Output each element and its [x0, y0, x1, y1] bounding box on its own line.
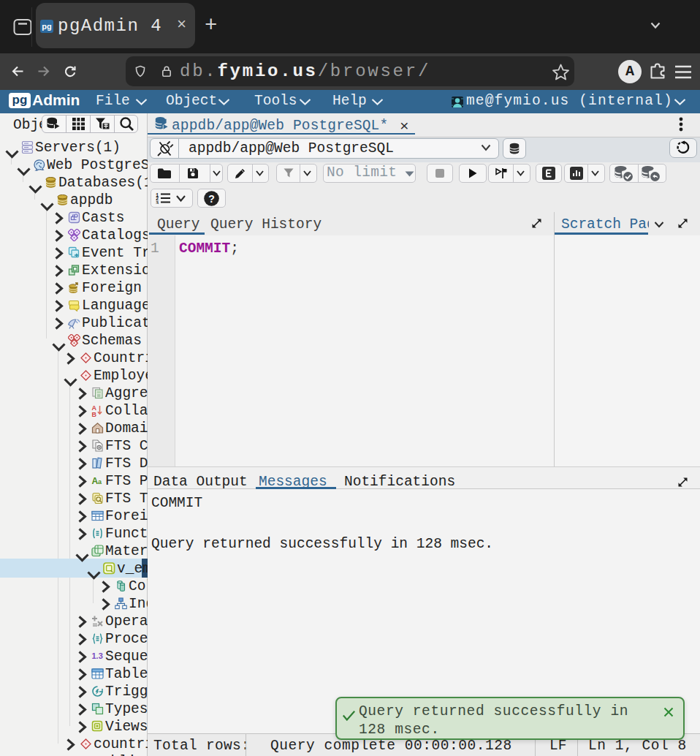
- svg-text:?: ?: [208, 193, 215, 205]
- svg-text:1.3: 1.3: [92, 651, 103, 660]
- svg-text:B: B: [92, 411, 97, 417]
- svg-text:3: 3: [156, 200, 159, 205]
- svg-text:a: a: [98, 478, 102, 485]
